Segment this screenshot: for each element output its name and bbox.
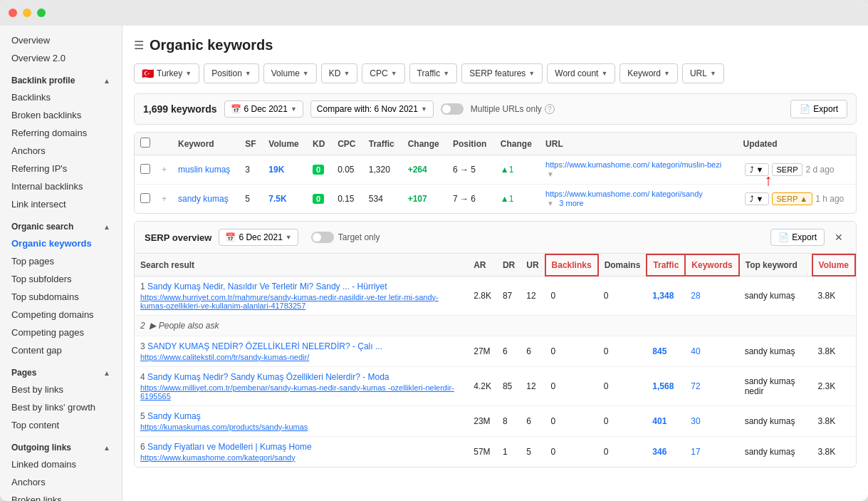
sidebar-item-broken-backlinks[interactable]: Broken backlinks (0, 106, 122, 124)
traffic-col-header[interactable]: Traffic (363, 133, 402, 155)
hamburger-icon[interactable]: ☰ (134, 38, 144, 52)
serp-row1-url[interactable]: https://www.hurriyet.com.tr/mahmure/sand… (140, 293, 462, 310)
filter-serp-label: SERP features (469, 68, 525, 78)
sidebar-item-backlinks[interactable]: Backlinks (0, 88, 122, 106)
sidebar-section-backlink[interactable]: Backlink profile ▲ (0, 70, 122, 88)
pos-change-col-header[interactable]: Change (495, 133, 540, 155)
filter-word-count[interactable]: Word count ▼ (547, 63, 615, 83)
multiple-urls-toggle[interactable] (441, 103, 464, 115)
updated-col-header[interactable]: Updated (738, 133, 856, 155)
row2-keyword-link[interactable]: sandy kumaş (178, 194, 229, 204)
filter-serp-features[interactable]: SERP features ▼ (461, 63, 543, 83)
filter-kd[interactable]: KD ▼ (321, 63, 358, 83)
sidebar-item-anchors2[interactable]: Anchors (0, 473, 122, 491)
compare-button[interactable]: Compare with: 6 Nov 2021 ▼ (310, 100, 434, 118)
row2-chart-btn[interactable]: ⤴ ▼ (745, 192, 769, 205)
row1-url-dropdown[interactable]: ▼ (547, 170, 554, 178)
sidebar-item-link-intersect[interactable]: Link intersect (0, 195, 122, 213)
filter-cpc[interactable]: CPC ▼ (362, 63, 404, 83)
serp-row3-dr: 6 (497, 336, 521, 366)
serp-col-ar[interactable]: AR (468, 254, 497, 276)
sidebar-item-best-by-links[interactable]: Best by links (0, 381, 122, 398)
serp-export-button[interactable]: 📄 Export (770, 229, 825, 246)
minimize-dot[interactable] (23, 9, 31, 17)
serp-row3-title[interactable]: SANDY KUMAŞ NEDİR? ÖZELLİKLERİ NELERDİR?… (147, 341, 382, 351)
serp-row5-url[interactable]: https://kumaskumas.com/products/sandy-ku… (140, 423, 462, 431)
row2-url-dropdown[interactable]: ▼ (547, 200, 554, 207)
row1-keyword-link[interactable]: muslin kumaş (178, 165, 230, 175)
row1-url-link[interactable]: https://www.kumashome.com/ kategori/musl… (545, 160, 731, 169)
sidebar-item-anchors[interactable]: Anchors (0, 142, 122, 160)
sidebar-item-top-pages[interactable]: Top pages (0, 252, 122, 270)
sidebar-item-top-content[interactable]: Top content (0, 416, 122, 434)
filter-position[interactable]: Position ▼ (204, 63, 259, 83)
serp-close-button[interactable]: ✕ (832, 230, 846, 244)
change-col-header[interactable]: Change (402, 133, 447, 155)
row2-checkbox[interactable] (140, 193, 150, 203)
export-button[interactable]: 📄 Export (790, 100, 847, 118)
position-col-header[interactable]: Position (447, 133, 495, 155)
sidebar-item-organic-keywords[interactable]: Organic keywords (0, 234, 122, 252)
row2-more-link[interactable]: 3 more (559, 199, 583, 207)
serp-col-keywords[interactable]: Keywords (685, 254, 738, 276)
filter-volume[interactable]: Volume ▼ (263, 63, 317, 83)
serp-col-top-keyword[interactable]: Top keyword (739, 254, 812, 276)
row2-serp-btn[interactable]: SERP ▲ (772, 192, 813, 205)
sidebar-item-broken-links[interactable]: Broken links (0, 491, 122, 501)
sidebar-section-organic[interactable]: Organic search ▲ (0, 216, 122, 234)
filter-turkey[interactable]: 🇹🇷 Turkey ▼ (134, 63, 199, 83)
serp-row6-url[interactable]: https://www.kumashome.com/kategori/sandy (140, 453, 462, 462)
row1-expand-icon[interactable]: + (162, 165, 167, 175)
serp-col-dr[interactable]: DR (497, 254, 521, 276)
maximize-dot[interactable] (37, 9, 46, 17)
row2-expand-icon[interactable]: + (162, 194, 167, 204)
sidebar-item-content-gap[interactable]: Content gap (0, 341, 122, 359)
sidebar-item-top-subfolders[interactable]: Top subfolders (0, 270, 122, 288)
sidebar-item-internal-backlinks[interactable]: Internal backlinks (0, 177, 122, 195)
filter-traffic[interactable]: Traffic ▼ (409, 63, 458, 83)
serp-row1-title[interactable]: Sandy Kumaş Nedir, Nasıldır Ve Terletir … (147, 282, 387, 291)
sidebar-item-overview2[interactable]: Overview 2.0 (0, 49, 122, 67)
serp-col-search-result[interactable]: Search result (135, 254, 468, 276)
serp-col-domains[interactable]: Domains (598, 254, 647, 276)
date-picker[interactable]: 📅 6 Dec 2021 ▼ (224, 100, 303, 118)
serp-col-ur[interactable]: UR (521, 254, 545, 276)
serp-col-traffic[interactable]: Traffic (647, 254, 685, 276)
serp-date-picker[interactable]: 📅 6 Dec 2021 ▼ (219, 229, 298, 246)
sidebar-item-competing-domains[interactable]: Competing domains (0, 306, 122, 324)
row1-chart-btn[interactable]: ⤴ ▼ (745, 163, 769, 176)
sf-col-header[interactable]: SF (239, 133, 263, 155)
serp-col-volume[interactable]: Volume (812, 254, 855, 276)
serp-row4-title[interactable]: Sandy Kumaş Nedir? Sandy Kumaş Özellikle… (147, 372, 389, 382)
sidebar-item-top-subdomains[interactable]: Top subdomains (0, 288, 122, 306)
main-content: ☰ Organic keywords 🇹🇷 Turkey ▼ Position … (122, 26, 868, 501)
filter-url[interactable]: URL ▼ (682, 63, 724, 83)
sidebar-item-referring-ips[interactable]: Referring IP's (0, 160, 122, 177)
row2-url-link[interactable]: https://www.kumashome.com/ kategori/sand… (545, 190, 731, 198)
serp-row4-url[interactable]: https://www.milliyet.com.tr/pembenar/san… (140, 383, 462, 401)
kd-col-header[interactable]: KD (307, 133, 332, 155)
chevron-down-icon11: ▼ (291, 105, 297, 113)
serp-row3-keywords: 40 (685, 336, 738, 366)
sidebar-item-referring-domains[interactable]: Referring domains (0, 124, 122, 142)
url-col-header[interactable]: URL (540, 133, 737, 155)
keyword-col-header[interactable]: Keyword (172, 133, 239, 155)
sidebar-item-best-by-links-growth[interactable]: Best by links' growth (0, 398, 122, 416)
volume-col-header[interactable]: Volume (263, 133, 307, 155)
serp-col-backlinks[interactable]: Backlinks (545, 254, 598, 276)
sidebar-item-competing-pages[interactable]: Competing pages (0, 324, 122, 341)
filter-keyword[interactable]: Keyword ▼ (619, 63, 678, 83)
sidebar-section-pages[interactable]: Pages ▲ (0, 362, 122, 381)
close-dot[interactable] (9, 9, 17, 17)
row1-serp-btn[interactable]: SERP (772, 163, 803, 176)
row1-checkbox[interactable] (140, 164, 150, 174)
target-only-toggle[interactable] (311, 232, 334, 243)
sidebar-item-overview[interactable]: Overview (0, 31, 122, 49)
serp-row3-url[interactable]: https://www.calitekstil.com/tr/sandy-kum… (140, 353, 462, 361)
serp-row5-title[interactable]: Sandy Kumaş (147, 411, 201, 421)
serp-row6-title[interactable]: Sandy Fiyatları ve Modelleri | Kumaş Hom… (147, 442, 312, 452)
sidebar-section-outgoing[interactable]: Outgoing links ▲ (0, 437, 122, 455)
cpc-col-header[interactable]: CPC (332, 133, 363, 155)
sidebar-item-linked-domains[interactable]: Linked domains (0, 455, 122, 473)
select-all-checkbox[interactable] (140, 138, 150, 148)
